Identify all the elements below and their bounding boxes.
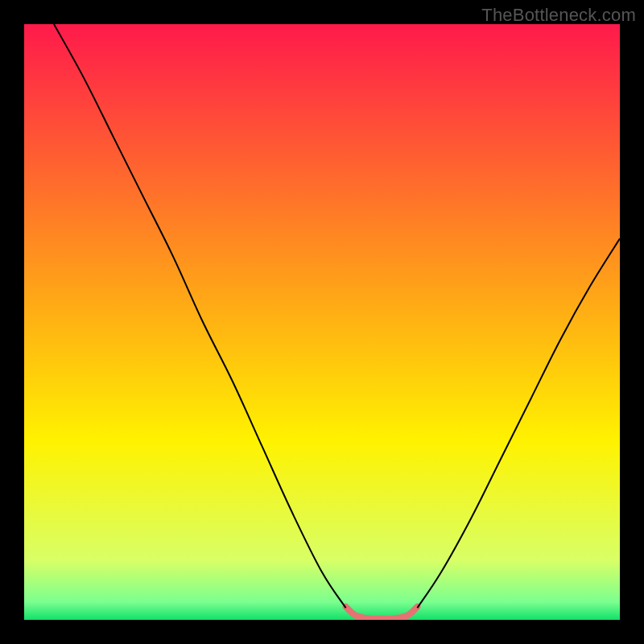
chart-plot-area (24, 24, 620, 620)
chart-svg (24, 24, 620, 620)
watermark-text: TheBottleneck.com (481, 5, 636, 26)
chart-stage: TheBottleneck.com (0, 0, 644, 644)
chart-background (24, 24, 620, 620)
